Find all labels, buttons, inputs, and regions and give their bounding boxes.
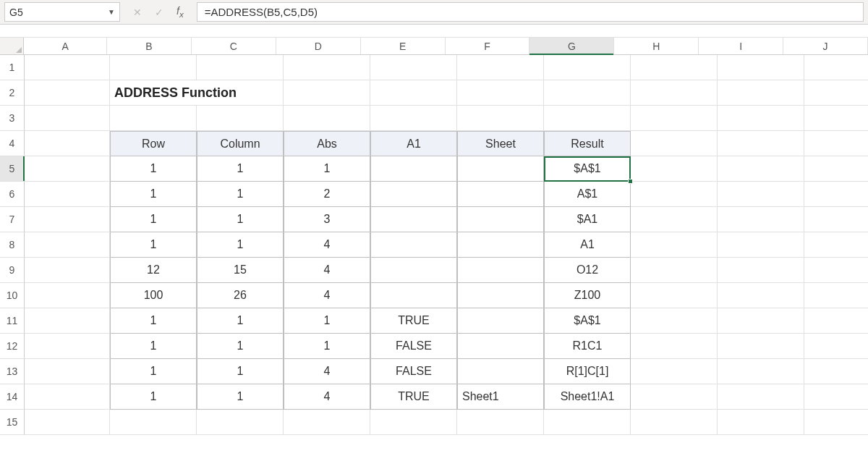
- cell-G15[interactable]: [544, 410, 631, 435]
- fx-icon[interactable]: fx: [176, 5, 184, 19]
- cell-I1[interactable]: [718, 55, 804, 80]
- cell-G12[interactable]: R1C1: [544, 334, 631, 359]
- cell-D8[interactable]: 4: [284, 232, 370, 258]
- th-abs[interactable]: Abs: [284, 131, 370, 156]
- cell-E12[interactable]: FALSE: [370, 334, 457, 359]
- cell-B12[interactable]: 1: [110, 334, 197, 359]
- enter-icon[interactable]: ✓: [155, 7, 163, 18]
- cell-F12[interactable]: [457, 334, 544, 359]
- cell-A11[interactable]: [25, 308, 110, 334]
- cell-E5[interactable]: [370, 156, 457, 182]
- cell-F9[interactable]: [457, 258, 544, 283]
- cell-D14[interactable]: 4: [284, 384, 370, 410]
- th-result[interactable]: Result: [544, 131, 631, 156]
- row-header-4[interactable]: 4: [0, 131, 25, 156]
- cell-H12[interactable]: [631, 334, 718, 359]
- cell-J5[interactable]: [804, 156, 868, 182]
- cell-G6[interactable]: A$1: [544, 182, 631, 207]
- cell-C5[interactable]: 1: [197, 156, 284, 182]
- cell-A15[interactable]: [25, 410, 110, 435]
- cell-G11[interactable]: $A$1: [544, 308, 631, 334]
- cell-I3[interactable]: [718, 106, 804, 131]
- cell-H6[interactable]: [631, 182, 718, 207]
- cell-F11[interactable]: [457, 308, 544, 334]
- cell-I5[interactable]: [718, 156, 804, 182]
- cell-J2[interactable]: [804, 80, 868, 106]
- row-header-13[interactable]: 13: [0, 359, 25, 384]
- cell-D3[interactable]: [284, 106, 370, 131]
- cell-I13[interactable]: [718, 359, 804, 384]
- cell-G5[interactable]: $A$1: [544, 156, 631, 182]
- cell-E9[interactable]: [370, 258, 457, 283]
- row-header-12[interactable]: 12: [0, 334, 25, 359]
- cell-C10[interactable]: 26: [197, 283, 284, 308]
- cell-C8[interactable]: 1: [197, 232, 284, 258]
- cell-E2[interactable]: [370, 80, 457, 106]
- chevron-down-icon[interactable]: ▼: [108, 8, 115, 16]
- cell-B15[interactable]: [110, 410, 197, 435]
- cell-A12[interactable]: [25, 334, 110, 359]
- cell-H11[interactable]: [631, 308, 718, 334]
- cell-J9[interactable]: [804, 258, 868, 283]
- th-row[interactable]: Row: [110, 131, 197, 156]
- col-header-F[interactable]: F: [446, 38, 530, 54]
- cell-G2[interactable]: [544, 80, 631, 106]
- cell-C14[interactable]: 1: [197, 384, 284, 410]
- row-header-7[interactable]: 7: [0, 207, 25, 232]
- cell-A13[interactable]: [25, 359, 110, 384]
- cell-I9[interactable]: [718, 258, 804, 283]
- cell-F5[interactable]: [457, 156, 544, 182]
- cell-F1[interactable]: [457, 55, 544, 80]
- col-header-B[interactable]: B: [107, 38, 192, 54]
- cell-J11[interactable]: [804, 308, 868, 334]
- cell-G1[interactable]: [544, 55, 631, 80]
- cell-D13[interactable]: 4: [284, 359, 370, 384]
- cell-H10[interactable]: [631, 283, 718, 308]
- cell-D7[interactable]: 3: [284, 207, 370, 232]
- cell-B9[interactable]: 12: [110, 258, 197, 283]
- cell-A9[interactable]: [25, 258, 110, 283]
- row-header-2[interactable]: 2: [0, 80, 25, 106]
- cell-B5[interactable]: 1: [110, 156, 197, 182]
- cell-H13[interactable]: [631, 359, 718, 384]
- cell-I11[interactable]: [718, 308, 804, 334]
- cell-B7[interactable]: 1: [110, 207, 197, 232]
- col-header-J[interactable]: J: [783, 38, 868, 54]
- cell-E1[interactable]: [370, 55, 457, 80]
- row-header-6[interactable]: 6: [0, 182, 25, 207]
- cell-A3[interactable]: [25, 106, 110, 131]
- cell-H5[interactable]: [631, 156, 718, 182]
- row-header-15[interactable]: 15: [0, 410, 25, 435]
- row-header-9[interactable]: 9: [0, 258, 25, 283]
- cell-J6[interactable]: [804, 182, 868, 207]
- cell-A7[interactable]: [25, 207, 110, 232]
- cell-D15[interactable]: [284, 410, 370, 435]
- cell-G8[interactable]: A1: [544, 232, 631, 258]
- cell-B1[interactable]: [110, 55, 197, 80]
- cell-C9[interactable]: 15: [197, 258, 284, 283]
- cell-B3[interactable]: [110, 106, 197, 131]
- cell-E6[interactable]: [370, 182, 457, 207]
- cell-E10[interactable]: [370, 283, 457, 308]
- th-sheet[interactable]: Sheet: [457, 131, 544, 156]
- cell-D9[interactable]: 4: [284, 258, 370, 283]
- col-header-A[interactable]: A: [24, 38, 107, 54]
- cell-I12[interactable]: [718, 334, 804, 359]
- cell-A2[interactable]: [25, 80, 110, 106]
- cell-J10[interactable]: [804, 283, 868, 308]
- cell-J14[interactable]: [804, 384, 868, 410]
- cell-G7[interactable]: $A1: [544, 207, 631, 232]
- cell-H15[interactable]: [631, 410, 718, 435]
- th-a1[interactable]: A1: [370, 131, 457, 156]
- row-header-14[interactable]: 14: [0, 384, 25, 410]
- cell-A1[interactable]: [25, 55, 110, 80]
- cell-B8[interactable]: 1: [110, 232, 197, 258]
- cell-E7[interactable]: [370, 207, 457, 232]
- cell-C7[interactable]: 1: [197, 207, 284, 232]
- row-header-5[interactable]: 5: [0, 156, 25, 182]
- cell-F13[interactable]: [457, 359, 544, 384]
- cell-F7[interactable]: [457, 207, 544, 232]
- cell-F6[interactable]: [457, 182, 544, 207]
- cell-A6[interactable]: [25, 182, 110, 207]
- cell-A14[interactable]: [25, 384, 110, 410]
